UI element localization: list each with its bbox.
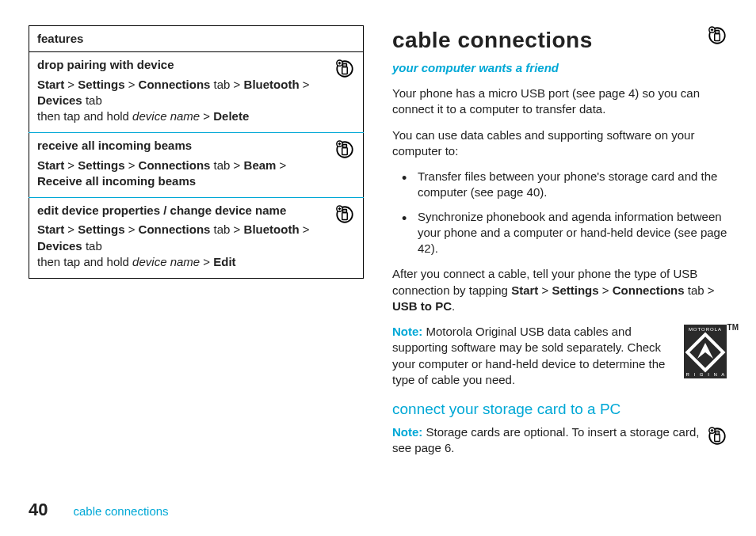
motorola-original-logo: TM MOTOROLA O R I G I N A L	[683, 324, 727, 383]
note-paragraph: Note: Storage cards are optional. To ins…	[392, 424, 727, 457]
note-text: Motorola Original USB data cables and su…	[392, 325, 665, 386]
feature-title: receive all incoming beams	[37, 138, 355, 154]
paragraph: After you connect a cable, tell your pho…	[392, 266, 727, 314]
footer-section-name: cable connections	[73, 504, 168, 519]
feature-title: edit device properties / change device n…	[37, 203, 355, 219]
section-tagline: your computer wants a friend	[392, 60, 727, 76]
page-footer: 40 cable connections	[29, 498, 169, 522]
note-text: Storage cards are optional. To insert a …	[392, 425, 699, 454]
usb-icon	[334, 204, 355, 225]
section-heading: cable connections	[392, 25, 593, 55]
table-row: receive all incoming beamsStart > Settin…	[29, 133, 364, 198]
table-row: edit device properties / change device n…	[29, 198, 364, 279]
note-label: Note:	[392, 325, 422, 338]
list-item: Synchronize phonebook and agenda informa…	[407, 209, 727, 257]
feature-path: Start > Settings > Connections tab > Bea…	[37, 158, 355, 190]
right-column: cable connections your computer wants a …	[392, 25, 727, 491]
page-number: 40	[29, 498, 48, 522]
note-label: Note:	[392, 425, 422, 439]
feature-title: drop pairing with device	[37, 57, 355, 73]
note-paragraph: TM MOTOROLA O R I G I N A L Note: Motoro…	[392, 324, 727, 388]
usb-icon	[334, 139, 355, 160]
features-table: features drop pairing with deviceStart >…	[29, 25, 364, 279]
bullet-list: Transfer files between your phone's stor…	[392, 169, 727, 257]
usb-icon	[334, 59, 355, 79]
feature-path-tail: then tap and hold device name > Delete	[37, 108, 355, 124]
svg-text:MOTOROLA: MOTOROLA	[689, 327, 722, 332]
svg-text:O R I G I N A L: O R I G I N A L	[683, 372, 727, 377]
feature-path: Start > Settings > Connections tab > Blu…	[37, 222, 355, 254]
trademark-symbol: TM	[727, 322, 739, 333]
paragraph: Your phone has a micro USB port (see pag…	[392, 86, 727, 118]
left-column: features drop pairing with deviceStart >…	[29, 25, 364, 491]
paragraph: You can use data cables and supporting s…	[392, 127, 727, 160]
table-row: drop pairing with deviceStart > Settings…	[29, 52, 364, 133]
usb-icon	[707, 426, 727, 447]
subsection-heading: connect your storage card to a PC	[392, 399, 727, 420]
features-table-header: features	[29, 26, 364, 52]
list-item: Transfer files between your phone's stor…	[407, 169, 727, 201]
feature-path-tail: then tap and hold device name > Edit	[37, 254, 355, 270]
feature-path: Start > Settings > Connections tab > Blu…	[37, 77, 355, 109]
usb-icon	[707, 25, 727, 46]
